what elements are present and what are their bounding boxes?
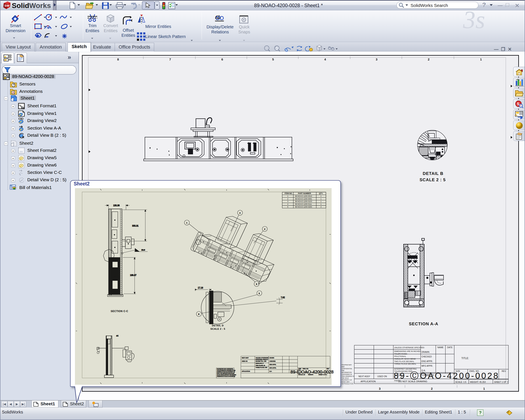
svg-text:NAME: NAME	[437, 346, 443, 349]
svg-text:4: 4	[320, 206, 321, 208]
svg-text:A: A	[12, 91, 14, 94]
svg-text:USED ON: USED ON	[242, 361, 247, 362]
svg-text:USED ON: USED ON	[377, 375, 387, 378]
svg-text:CHECKED: CHECKED	[269, 361, 276, 362]
svg-text:Q.A.: Q.A.	[269, 371, 272, 372]
svg-text:3: 3	[287, 200, 288, 202]
svg-text:4X: 4X	[116, 335, 118, 337]
svg-text:WEIGHT: 45.354: WEIGHT: 45.354	[470, 381, 486, 383]
svg-text:QTY.: QTY.	[319, 192, 323, 195]
svg-text:SECTION C-C: SECTION C-C	[111, 310, 128, 313]
svg-text:CHECKED: CHECKED	[422, 355, 432, 358]
svg-text:17.16: 17.16	[198, 287, 203, 289]
svg-text:89-ⒸOAO-4200-0028: 89-ⒸOAO-4200-0028	[394, 371, 499, 381]
svg-text:4: 4	[239, 212, 240, 214]
svg-text:89-NOAO-1200-0284: 89-NOAO-1200-0284	[295, 206, 312, 208]
svg-text:3: 3	[198, 313, 199, 315]
svg-text:DRAWING IS THE SOLE PROPERTY O: DRAWING IS THE SOLE PROPERTY OF	[217, 372, 235, 373]
svg-text:OR AS A WHOLE WITHOUT THE WRIT: OR AS A WHOLE WITHOUT THE WRITTEN	[217, 374, 236, 375]
svg-text:ENG APPR.: ENG APPR.	[269, 364, 276, 365]
svg-text:1: 1	[320, 195, 321, 197]
svg-text:133.36: 133.36	[113, 204, 120, 207]
svg-text:SW: SW	[4, 4, 10, 7]
svg-text:1: 1	[259, 292, 260, 294]
svg-text:PERMISSION OF NOAO IS PROHIBIT: PERMISSION OF NOAO IS PROHIBITED.	[217, 376, 235, 377]
svg-text:NEXT ASSY: NEXT ASSY	[242, 357, 249, 358]
svg-text:89-ⒸOAO-4200-0028: 89-ⒸOAO-4200-0028	[291, 369, 333, 374]
svg-text:MFG APPR.: MFG APPR.	[422, 365, 433, 367]
svg-text:THE INFORMATION CONTAINED IN T: THE INFORMATION CONTAINED IN THIS	[217, 370, 235, 371]
svg-text:1: 1	[320, 203, 321, 205]
svg-text:APPLICATION: APPLICATION	[242, 371, 250, 372]
svg-text:INTERPRET GEOMETRIC: INTERPRET GEOMETRIC	[394, 368, 417, 370]
svg-text:89-NOAO-1200-0010: 89-NOAO-1200-0010	[295, 195, 312, 197]
svg-text:ENG APPR.: ENG APPR.	[422, 360, 433, 363]
svg-text:TWO PLACE .01: TWO PLACE .01	[256, 365, 265, 366]
svg-text:NOAO. ANY REPRODUCTION IN PART: NOAO. ANY REPRODUCTION IN PART	[217, 373, 234, 374]
svg-text:1: 1	[186, 222, 187, 224]
svg-text:✎: ✎	[19, 173, 21, 176]
svg-text:SPECIFIED: DIMS IN: SPECIFIED: DIMS IN	[256, 359, 268, 360]
svg-text:4: 4	[287, 203, 288, 205]
svg-text:UNLESS OTHERWISE: UNLESS OTHERWISE	[256, 357, 269, 358]
svg-text:ANGULAR: MACH BEND: ANGULAR: MACH BEND	[394, 358, 416, 360]
svg-text:TITLE:: TITLE:	[461, 357, 469, 360]
svg-text:TOLERANCES:: TOLERANCES:	[394, 353, 407, 355]
svg-text:REV: REV	[502, 370, 506, 372]
svg-text:A: A	[22, 135, 24, 139]
svg-text:7.62: 7.62	[281, 296, 285, 299]
svg-text:189.67: 189.67	[130, 274, 137, 276]
svg-text:DRAWN: DRAWN	[269, 357, 274, 358]
svg-text:NEXT ASSY: NEXT ASSY	[358, 375, 370, 378]
svg-text:89-NOAO-1200-0091: 89-NOAO-1200-0091	[295, 198, 312, 200]
svg-text:DRAWN: DRAWN	[422, 351, 429, 353]
svg-text:MFG APPR.: MFG APPR.	[269, 367, 276, 369]
svg-text:ANGULAR: .5: ANGULAR: .5	[256, 363, 263, 364]
svg-text:1: 1	[320, 198, 321, 200]
svg-text:ITEM NO.: ITEM NO.	[285, 192, 292, 195]
svg-text:18.6: 18.6	[141, 249, 145, 251]
svg-text:333.31: 333.31	[132, 225, 139, 227]
svg-text:SHEET 1 OF 2: SHEET 1 OF 2	[494, 381, 508, 383]
svg-text:5: 5	[287, 206, 288, 208]
svg-text:2: 2	[287, 198, 288, 200]
svg-text:PROPRIETARY AND CONFIDENTIAL: PROPRIETARY AND CONFIDENTIAL	[217, 369, 234, 370]
svg-text:THREE PLACE DECIMAL: THREE PLACE DECIMAL	[394, 363, 416, 365]
svg-text:3: 3	[256, 283, 257, 285]
svg-text:DETAIL D: DETAIL D	[212, 324, 224, 327]
svg-text:2: 2	[264, 228, 265, 230]
svg-text:1: 1	[287, 195, 288, 197]
svg-text:89-NOAO-1200-0111: 89-NOAO-1200-0111	[295, 203, 312, 205]
svg-text:DIMENSIONS ARE IN INCHES: DIMENSIONS ARE IN INCHES	[394, 350, 421, 352]
svg-text:INCHES TOL: .005: INCHES TOL: .005	[256, 361, 266, 362]
svg-text:TWO PLACE DECIMAL: TWO PLACE DECIMAL	[394, 360, 414, 363]
svg-text:SCALE 2 : 5: SCALE 2 : 5	[210, 328, 225, 330]
svg-text:UNLESS OTHERWISE SPECIFIED:: UNLESS OTHERWISE SPECIFIED:	[394, 346, 425, 349]
svg-text:DATE: DATE	[447, 346, 452, 349]
svg-text:SCALE: 1:5: SCALE: 1:5	[455, 381, 466, 383]
svg-text:PART NUMBER: PART NUMBER	[298, 192, 311, 195]
svg-text:FRACTIONAL: FRACTIONAL	[394, 355, 406, 357]
svg-text:THREE PLACE .005: THREE PLACE .005	[256, 367, 267, 368]
svg-text:89-NOAO-1200-0103: 89-NOAO-1200-0103	[295, 200, 312, 202]
svg-text:APPLICATION: APPLICATION	[361, 380, 376, 383]
svg-text:1: 1	[320, 200, 321, 202]
